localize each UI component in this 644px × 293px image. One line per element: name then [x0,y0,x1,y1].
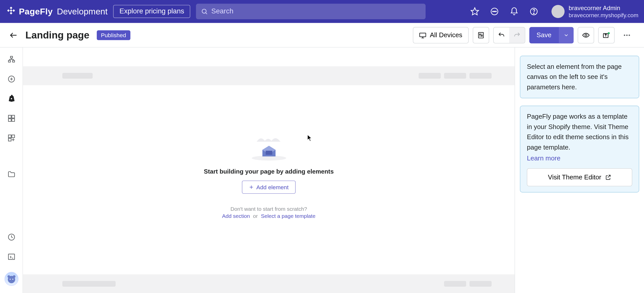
svg-point-27 [624,34,625,36]
app-logo[interactable]: PageFly Development [6,6,108,17]
undo-button[interactable] [494,27,509,43]
theme-editor-info: PageFly page works as a template in your… [520,106,639,193]
add-element-label: Add element [256,184,289,191]
bear-icon [6,274,16,284]
help-icon[interactable] [529,7,538,16]
svg-point-54 [13,275,15,278]
or-text: or [253,213,258,219]
user-shop: bravecorner.myshopify.com [569,12,638,18]
svg-rect-58 [266,151,272,155]
pagefly-logo-icon [6,6,16,17]
redo-button [509,27,524,43]
svg-point-22 [481,35,482,36]
visit-btn-label: Visit Theme Editor [548,174,601,181]
svg-point-5 [202,9,206,13]
console-tool[interactable] [7,252,16,261]
eye-icon [582,32,590,38]
outline-tool[interactable] [7,55,16,64]
svg-rect-42 [8,119,11,121]
svg-rect-31 [8,60,10,62]
footer-placeholder [23,274,515,293]
svg-rect-44 [8,135,11,138]
global-search[interactable] [196,4,426,19]
devices-dropdown[interactable]: All Devices [413,27,468,43]
sections-tool[interactable] [7,114,16,123]
devices-label: All Devices [430,31,462,39]
save-button[interactable]: Save [529,27,559,43]
search-icon [201,8,208,15]
svg-rect-43 [12,119,14,121]
svg-point-13 [533,13,534,14]
svg-point-29 [629,34,630,36]
empty-illustration [244,129,293,162]
user-avatar [552,5,565,18]
undo-icon [498,31,505,39]
plus-icon [249,185,254,190]
publish-button[interactable] [598,27,615,43]
scratch-hint: Don't want to start from scratch? [231,206,307,212]
settings-sliders-button[interactable] [472,27,489,43]
export-icon [602,31,610,39]
favorite-icon[interactable] [470,7,479,16]
user-menu[interactable]: bravecorner Admin bravecorner.myshopify.… [552,4,638,18]
add-element-button[interactable]: Add element [242,181,295,194]
header-placeholder [23,66,515,85]
svg-point-28 [626,34,628,36]
svg-rect-2 [12,9,15,12]
info1-text: Select an element from the page canvas o… [527,63,622,90]
svg-rect-18 [478,32,483,38]
editor-toolbar: Landing page Published All Devices Save [0,23,644,48]
svg-rect-1 [7,9,10,12]
svg-rect-3 [10,9,12,12]
svg-point-10 [494,11,495,12]
svg-rect-46 [8,138,11,141]
notifications-icon[interactable] [509,7,519,16]
more-menu-button[interactable] [619,27,635,43]
svg-rect-0 [10,7,12,9]
preview-button[interactable] [578,27,594,43]
save-split-button: Save [529,27,574,43]
top-actions [470,7,538,16]
right-panel: Select an element from the page canvas o… [515,48,644,293]
svg-rect-4 [10,12,12,14]
redo-icon [513,31,520,39]
svg-point-23 [585,34,587,36]
svg-marker-7 [471,8,479,15]
svg-point-11 [496,11,496,12]
folder-tool[interactable] [7,170,16,179]
shopify-tool[interactable] [7,94,16,103]
external-link-icon [604,174,611,181]
history-tool[interactable] [7,233,16,242]
learn-more-link[interactable]: Learn more [527,153,560,163]
assistant-avatar[interactable] [4,272,18,286]
svg-point-9 [493,11,493,12]
desktop-icon [419,32,427,38]
save-dropdown[interactable] [559,27,574,43]
select-template-link[interactable]: Select a page template [261,213,315,219]
chat-icon[interactable] [490,7,499,16]
left-rail [0,48,23,293]
chevron-down-icon [563,32,569,38]
visit-theme-editor-button[interactable]: Visit Theme Editor [527,169,632,186]
undo-redo-group [493,27,525,43]
page-canvas[interactable]: Start building your page by adding eleme… [23,48,515,293]
svg-point-55 [9,279,10,280]
page-title: Landing page [25,29,89,41]
svg-line-6 [206,13,207,14]
dots-icon [623,31,631,39]
blocks-tool[interactable] [7,134,16,143]
explore-pricing-button[interactable]: Explore pricing plans [113,5,190,18]
sliders-icon [477,31,484,39]
svg-point-26 [608,32,610,34]
svg-rect-15 [420,33,426,37]
brand-name: PageFly [19,7,53,16]
add-section-link[interactable]: Add section [222,213,250,219]
search-input[interactable] [211,7,421,15]
svg-rect-30 [10,56,12,58]
add-element-tool[interactable] [7,75,16,84]
select-element-info: Select an element from the page canvas o… [520,56,639,98]
back-button[interactable] [9,31,18,40]
svg-rect-45 [12,135,14,138]
svg-line-61 [608,175,610,178]
empty-title: Start building your page by adding eleme… [204,168,334,175]
